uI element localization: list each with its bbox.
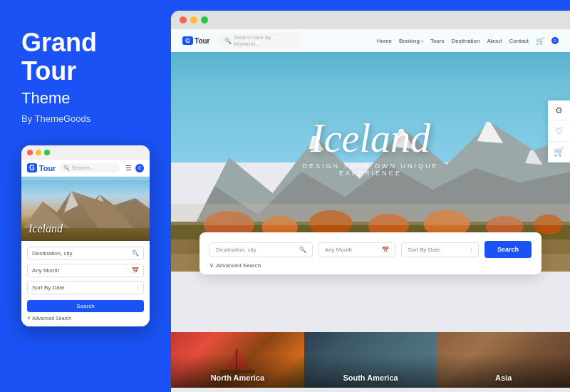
destination-card-south-america[interactable]: South America [304,332,437,388]
wishlist-tool[interactable]: ♡ [548,121,570,142]
mockup-month-input[interactable]: Any Month 📅 [27,264,144,277]
mockup-cart-badge: 0 [135,164,144,172]
hero-text-overlay: Iceland DESIGN YOUR OWN UNIQUE EXPERIENC… [271,118,470,177]
sort-icon: ↕ [136,284,139,291]
mobile-mockup: G Tour 🔍 Search... ☰ 0 [21,145,150,326]
mockup-hero: Iceland [21,177,150,241]
browser-dot-yellow [190,16,197,24]
brand-title: Grand Tour [21,29,150,85]
mockup-dot-red [27,150,33,155]
mockup-logo: G Tour [27,163,56,172]
mockup-nav: G Tour 🔍 Search... ☰ 0 [21,160,150,177]
mockup-dot-green [44,150,50,155]
nav-link-destination[interactable]: Destination [451,38,480,44]
asia-overlay: Asia [437,332,570,388]
destination-card-north-america[interactable]: North America [171,332,304,388]
south-america-label: South America [343,373,398,382]
hero-subtitle: DESIGN YOUR OWN UNIQUE EXPERIENCE [271,163,470,177]
mockup-destination-input[interactable]: Destination, city 🔍 [27,247,144,260]
mockup-search-bar[interactable]: 🔍 Search... [59,163,120,172]
browser-dot-red [180,16,187,24]
mockup-search-button[interactable]: Search [27,300,144,312]
hero-title: Iceland [271,118,470,158]
mockup-sort-input[interactable]: Sort By Date ↕ [27,281,144,294]
browser-topbar [171,11,570,29]
svg-rect-5 [21,180,150,202]
nav-cart-badge: 0 [551,37,559,44]
north-america-overlay: North America [171,332,304,388]
mockup-form: Destination, city 🔍 Any Month 📅 Sort By … [21,241,150,326]
website-content: G Tour 🔍 Search tour by keyword... Home … [171,29,570,388]
mockup-advanced-search[interactable]: ∨ Advanced Search [27,315,144,321]
advanced-chevron-icon: ∨ [209,262,214,269]
calendar-icon: 📅 [132,267,139,274]
north-america-label: North America [211,373,264,382]
left-panel: Grand Tour Theme By ThemeGoods G Tour 🔍 … [0,0,171,392]
sidebar-tools: ⚙ ♡ 🛒 [548,100,570,163]
nav-links: Home Booking ▾ Tours Destination About C… [377,37,559,45]
sort-text: Sort By Date [408,247,440,253]
month-field[interactable]: Any Month 📅 [318,242,396,257]
nav-link-home[interactable]: Home [377,38,392,44]
calendar-field-icon: 📅 [382,247,389,253]
asia-label: Asia [495,373,512,382]
search-icon: 🔍 [63,165,70,171]
website-nav: G Tour 🔍 Search tour by keyword... Home … [171,29,570,52]
search-button[interactable]: Search [484,241,532,258]
search-icon: 🔍 [132,250,139,257]
nav-search-icon: 🔍 [224,38,232,44]
svg-rect-21 [171,204,570,225]
right-panel: G Tour 🔍 Search tour by keyword... Home … [171,11,570,392]
nav-logo: G Tour [182,36,210,45]
nav-logo-g: G [182,36,193,45]
advanced-search-link[interactable]: ∨ Advanced Search [209,262,532,269]
menu-icon: ☰ [125,164,132,172]
mockup-hero-title: Iceland [28,222,63,235]
mockup-dot-yellow [36,150,41,155]
search-form-row: Destination, city 🔍 Any Month 📅 Sort By … [209,241,532,258]
nav-search-bar[interactable]: 🔍 Search tour by keyword... [217,33,303,48]
month-text: Any Month [325,247,352,253]
brand-subtitle: Theme [21,89,150,108]
nav-link-about[interactable]: About [487,38,502,44]
mockup-search-text: Search... [71,165,94,171]
sort-field[interactable]: Sort By Date ↕ [401,242,479,257]
settings-tool[interactable]: ⚙ [548,100,570,121]
destination-card-asia[interactable]: Asia [437,332,570,388]
cart-icon[interactable]: 🛒 [536,37,544,45]
nav-logo-text: Tour [195,37,209,45]
mockup-topbar [21,145,150,160]
cart-tool[interactable]: 🛒 [548,142,570,163]
mockup-logo-text: Tour [39,164,56,172]
nav-link-tours[interactable]: Tours [430,38,445,44]
browser-dot-green [201,16,208,24]
nav-link-contact[interactable]: Contact [509,38,529,44]
mockup-logo-g: G [27,163,37,172]
destination-text: Destination, city [216,247,256,253]
south-america-overlay: South America [304,332,437,388]
brand-by: By ThemeGoods [21,113,150,124]
nav-search-placeholder: Search tour by keyword... [234,34,296,47]
nav-link-booking[interactable]: Booking ▾ [399,38,423,44]
search-form: Destination, city 🔍 Any Month 📅 Sort By … [200,232,542,274]
sort-field-icon: ↕ [470,247,472,253]
destination-field[interactable]: Destination, city 🔍 [209,242,313,257]
chevron-down-icon: ∨ [27,315,31,321]
destination-cards: North America South America Asia [171,332,570,388]
search-field-icon: 🔍 [299,247,306,253]
